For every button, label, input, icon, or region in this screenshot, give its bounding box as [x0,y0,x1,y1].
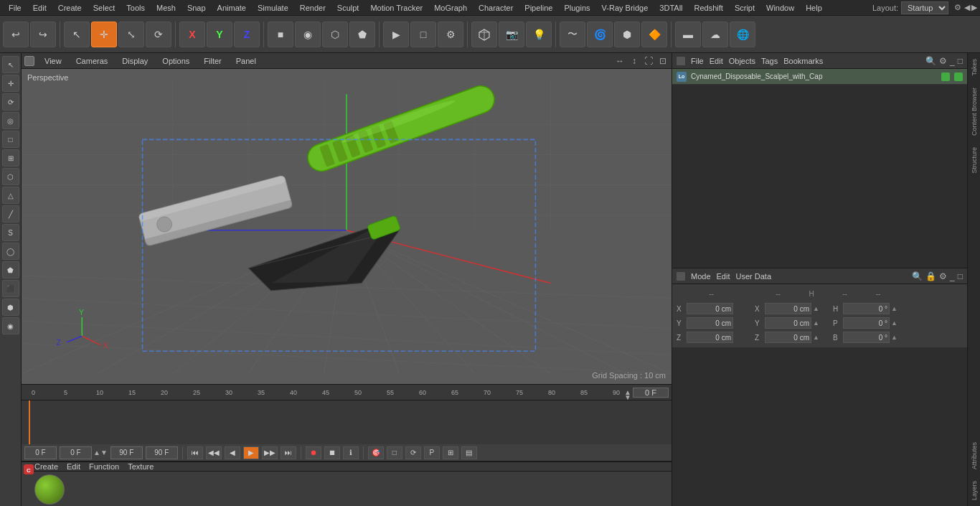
b-input[interactable] [843,332,890,343]
tab-takes[interactable]: Takes [969,53,979,82]
attr-settings-icon[interactable]: ⚙ [939,271,947,281]
material-create-btn[interactable]: Create [34,462,58,471]
scale-tool[interactable]: ⤡ [118,22,144,47]
material-item[interactable]: Cyname [34,474,65,506]
obj-bookmarks-btn[interactable]: Bookmarks [783,57,823,65]
x-axis[interactable]: X [179,22,205,47]
y-up-arrow[interactable]: ▲ [813,319,827,327]
tab-structure[interactable]: Structure [969,141,979,179]
stop-btn[interactable]: ⏹ [324,446,340,459]
motion-clip-btn[interactable]: ⊞ [443,446,458,459]
sidebar-btn-9[interactable]: ╱ [2,205,19,222]
menu-tools[interactable]: Tools [121,2,151,14]
sidebar-btn-15[interactable]: ◉ [2,317,19,334]
current-frame-input[interactable] [633,388,669,398]
sidebar-btn-4[interactable]: ◎ [2,112,19,129]
keyframe-btn[interactable]: 🎯 [368,446,384,459]
animate-mode-btn[interactable]: □ [387,446,402,459]
object-render-dot[interactable] [954,72,963,81]
obj-objects-btn[interactable]: Objects [729,57,755,65]
sidebar-btn-7[interactable]: ⬡ [2,168,19,185]
viewport-canvas[interactable]: X Y Z [22,69,672,384]
viewport-icon-2[interactable]: ↕ [628,55,640,67]
b-up-arrow[interactable]: ▲ [891,334,905,341]
floor-btn[interactable]: ▬ [675,22,701,47]
viewport-cameras-menu[interactable]: Cameras [72,55,113,67]
spline-btn[interactable]: 〜 [560,22,585,47]
sidebar-btn-14[interactable]: ⬢ [2,299,19,316]
render-region[interactable]: □ [410,22,436,47]
obj-edit-btn[interactable]: Edit [710,57,723,65]
object-row-scalpel[interactable]: Lo Cynamed_Disposable_Scalpel_with_Cap [672,69,967,85]
sidebar-btn-11[interactable]: ◯ [2,243,19,260]
timeline-view-btn[interactable]: ▤ [461,446,477,459]
end-frame-input-1[interactable] [110,446,143,459]
y-pos-input[interactable] [687,317,733,329]
layout-icon[interactable]: ⚙ [954,3,961,12]
menu-render[interactable]: Render [294,2,331,14]
menu-3dtall[interactable]: 3DTAll [654,2,688,14]
p-input[interactable] [843,317,890,329]
obj-mgr-minimize[interactable]: _ [950,56,955,66]
layout-prev[interactable]: ◀ [964,3,970,12]
sidebar-btn-12[interactable]: ⬟ [2,261,19,278]
cube-btn[interactable] [471,22,497,47]
h-input[interactable] [843,303,890,314]
y-size-input[interactable] [765,317,811,329]
viewport-panel-menu[interactable]: Panel [232,55,260,67]
object-visibility-dot[interactable] [941,72,950,81]
menu-simulate[interactable]: Simulate [252,2,294,14]
layout-next[interactable]: ▶ [971,3,977,12]
menu-plugins[interactable]: Plugins [558,2,595,14]
menu-vray-bridge[interactable]: V-Ray Bridge [596,2,654,14]
menu-character[interactable]: Character [473,2,519,14]
obj-tags-btn[interactable]: Tags [761,57,778,65]
info-btn[interactable]: ℹ [343,446,359,459]
rotate-tool[interactable]: ⟳ [146,22,171,47]
redo-button[interactable]: ↪ [30,22,56,47]
viewport-view-menu[interactable]: View [40,55,66,67]
viewport-filter-menu[interactable]: Filter [199,55,225,67]
nurbs-btn[interactable]: 🌀 [587,22,613,47]
play-back-btn[interactable]: ◀ [225,446,240,459]
camera-btn[interactable]: 📷 [499,22,524,47]
step-fwd-btn[interactable]: ▶▶ [262,446,278,459]
undo-button[interactable]: ↩ [3,22,29,47]
select-tool[interactable]: ↖ [64,22,90,47]
move-tool[interactable]: ✛ [91,22,117,47]
material-thumbnail[interactable] [34,474,65,505]
env-btn[interactable]: 🌐 [730,22,755,47]
z-up-arrow[interactable]: ▲ [813,334,827,341]
viewport-display-menu[interactable]: Display [118,55,152,67]
tab-attributes[interactable]: Attributes [969,436,979,475]
attr-lock-icon[interactable]: 🔒 [925,271,936,281]
render-settings[interactable]: ⚙ [438,22,463,47]
sidebar-btn-1[interactable]: ↖ [2,56,19,73]
attr-mode-btn[interactable]: Mode [691,272,711,281]
y-axis[interactable]: Y [207,22,232,47]
sidebar-btn-10[interactable]: S [2,224,19,241]
menu-redshift[interactable]: Redshift [689,2,729,14]
end-frame-input-2[interactable] [146,446,178,459]
material-texture-btn[interactable]: Texture [128,462,154,471]
sidebar-btn-6[interactable]: ⊞ [2,149,19,167]
sidebar-btn-5[interactable]: □ [2,131,19,148]
z-pos-input[interactable] [687,332,733,343]
timeline-track[interactable] [22,400,672,444]
timeline-loop-btn[interactable]: ⟳ [405,446,421,459]
menu-edit[interactable]: Edit [27,2,52,14]
play-btn[interactable]: ▶ [243,446,259,459]
go-to-end-btn[interactable]: ⏭ [281,446,296,459]
effector-btn[interactable]: 🔶 [641,22,667,47]
x-size-input[interactable] [765,303,811,314]
viewport-icon-4[interactable]: ⊡ [657,55,669,67]
attr-userdata-btn[interactable]: User Data [736,272,772,281]
step-back-btn[interactable]: ◀◀ [206,446,222,459]
attr-search-icon[interactable]: 🔍 [912,271,923,281]
material-edit-btn[interactable]: Edit [67,462,80,471]
obj-mgr-maximize[interactable]: □ [958,56,963,66]
viewport-options-menu[interactable]: Options [158,55,194,67]
menu-pipeline[interactable]: Pipeline [519,2,558,14]
viewport-icon-3[interactable]: ⛶ [643,55,654,67]
object-mode[interactable]: ■ [268,22,293,47]
